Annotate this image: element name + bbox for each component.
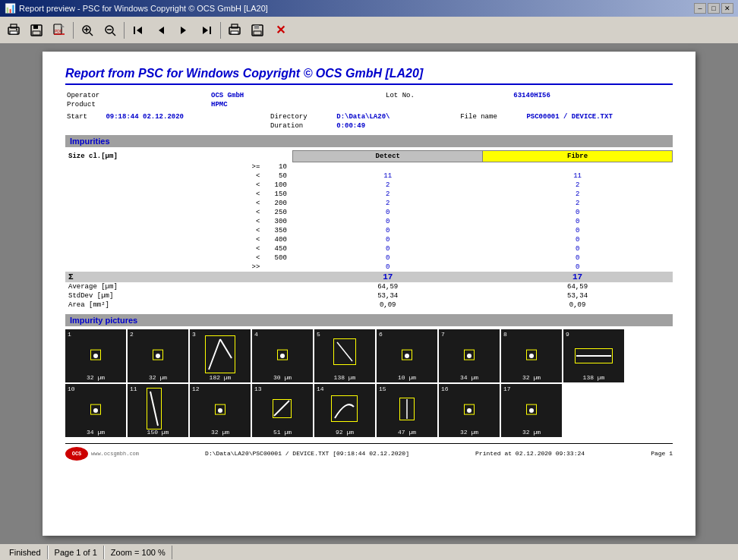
product-value: HPMC [210,100,354,109]
pictures-grid: 132 µm232 µm3182 µm430 µm5138 µm610 µm73… [65,329,673,437]
report-footer: OCS www.ocsgmbh.com D:\Data\LA20\PSC0000… [65,443,673,461]
lot-value: 63140HI56 [512,91,673,100]
list-item: 832 µm [501,329,562,382]
list-item: 1492 µm [314,384,375,437]
svg-marker-22 [203,27,208,34]
print-button[interactable] [3,20,24,40]
impurities-section: Impurities [65,135,673,147]
prev-page-button[interactable] [150,20,172,40]
svg-line-16 [112,33,115,36]
picture-size-label: 51 µm [273,429,292,436]
picture-size-label: 138 µm [334,374,356,381]
table-row: < 100 2 2 [65,181,673,190]
status-bar: Finished Page 1 of 1 Zoom = 100 % [0,543,738,560]
table-row: >> 0 0 [65,263,673,272]
close-button[interactable]: ✕ [721,3,733,14]
next-page-button[interactable] [173,20,194,40]
operator-label: Operator [65,91,210,100]
zoom-in-button[interactable] [77,20,98,40]
bounding-box [333,338,356,365]
table-row: < 450 0 0 [65,244,673,253]
pictures-section: Impurity pictures [65,314,673,326]
table-row: < 350 0 0 [65,226,673,235]
col-size-header: Size cl.[µm] [65,151,293,162]
picture-size-label: 32 µm [460,429,478,436]
list-item: 734 µm [439,329,500,382]
save-button[interactable] [26,20,47,40]
picture-size-label: 30 µm [273,374,292,381]
info-header2: Start 09:18:44 02.12.2020 Directory D:\D… [65,112,673,131]
picture-number: 7 [441,331,445,338]
list-item: 9138 µm [563,329,624,382]
svg-rect-28 [254,31,261,35]
bounding-box [464,349,475,360]
picture-number: 3 [192,331,196,338]
svg-rect-6 [33,31,40,35]
operator-value: OCS GmbH [210,91,354,100]
picture-size-label: 32 µm [211,429,229,436]
bounding-box [147,388,162,429]
minimize-button[interactable]: – [694,3,706,14]
col-fibre-header: Fibre [483,151,673,162]
picture-number: 5 [317,331,320,338]
directory-value: D:\Data\LA20\ [335,112,428,121]
picture-size-label: 32 µm [149,374,167,381]
picture-size-label: 182 µm [210,374,232,381]
sigma-fibre: 17 [483,272,673,282]
bounding-box [90,349,101,360]
svg-line-13 [90,33,93,36]
list-item: 1351 µm [252,384,313,437]
sigma-detect: 17 [293,272,483,282]
start-label: Start [65,112,104,121]
directory-label: Directory [269,112,335,121]
table-row: < 200 2 2 [65,199,673,208]
zoom-out-button[interactable] [99,20,121,40]
print2-button[interactable] [224,20,245,40]
bounding-box [273,399,292,418]
svg-marker-20 [181,27,186,34]
maximize-button[interactable]: □ [708,3,720,14]
picture-number: 8 [503,331,507,338]
picture-size-label: 92 µm [336,429,354,436]
export-button[interactable] [247,20,268,40]
bounding-box [205,335,235,373]
list-item: 1034 µm [65,384,126,437]
bounding-box [331,395,358,422]
list-item: 5138 µm [314,329,375,382]
stddev-label: StdDev [µm] [65,291,293,300]
window-title: Report preview - PSC for Windows Copyrig… [19,4,268,13]
picture-size-label: 138 µm [583,374,605,381]
table-row: < 150 2 2 [65,190,673,199]
picture-number: 4 [254,331,258,338]
area-label: Area [mm²] [65,300,293,310]
list-item: 232 µm [128,329,188,382]
picture-number: 15 [379,385,386,392]
svg-point-3 [16,29,17,30]
area-fibre: 0,09 [483,300,673,310]
duration-value: 0:00:49 [335,121,428,131]
footer-printed: Printed at 02.12.2020 09:33:24 [475,450,585,457]
bounding-box [464,404,475,414]
title-bar: 📊 Report preview - PSC for Windows Copyr… [0,0,738,17]
picture-number: 11 [130,385,137,392]
footer-website: www.ocsgmbh.com [91,451,139,457]
toolbar: PDF ✕ [0,17,738,44]
list-item: 1632 µm [439,384,500,437]
picture-number: 17 [503,385,511,392]
stddev-fibre: 53,34 [483,291,673,300]
picture-size-label: 32 µm [87,374,105,381]
filename-label: File name [459,112,525,121]
first-page-button[interactable] [128,20,149,40]
close-report-button[interactable]: ✕ [270,20,291,40]
app-icon: 📊 [5,3,16,14]
avg-label: Average [µm] [65,282,293,291]
list-item: 1232 µm [190,384,251,437]
svg-rect-27 [254,25,259,29]
table-row: >= 10 [65,162,673,171]
bounding-box [215,404,226,414]
save2-button[interactable]: PDF [49,20,70,40]
list-item: 1732 µm [501,384,562,437]
last-page-button[interactable] [196,20,217,40]
product-label: Product [65,100,210,109]
stddev-detect: 53,34 [293,291,483,300]
